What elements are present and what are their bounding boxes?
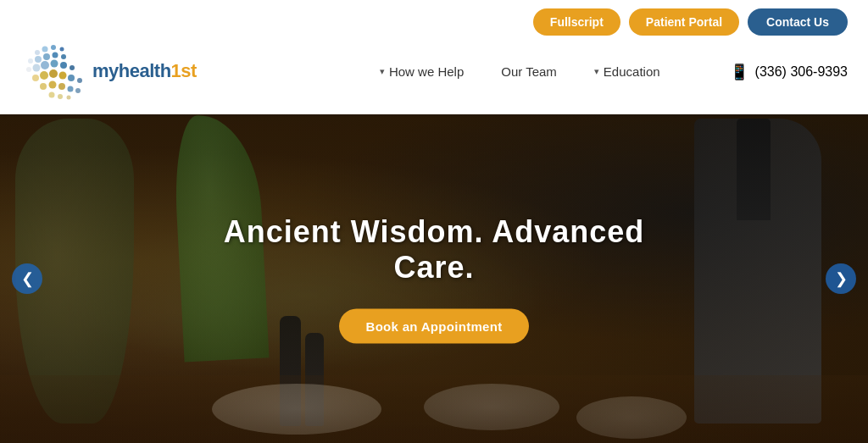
carousel-prev-button[interactable]: ❮	[12, 263, 42, 294]
contact-us-button[interactable]: Contact Us	[748, 8, 848, 36]
svg-point-0	[35, 50, 40, 55]
svg-point-4	[28, 58, 33, 64]
svg-point-27	[58, 94, 63, 99]
microscope-arm	[737, 119, 771, 220]
svg-point-9	[26, 67, 31, 72]
hero-section: Ancient Wisdom. Advanced Care. Book an A…	[0, 114, 868, 443]
svg-point-19	[68, 75, 75, 81]
svg-point-5	[35, 56, 42, 63]
book-appointment-button[interactable]: Book an Appointment	[339, 309, 530, 344]
hero-title: Ancient Wisdom. Advanced Care.	[180, 214, 688, 285]
svg-point-1	[42, 46, 48, 52]
logo-area: myhealth1st	[20, 42, 197, 102]
svg-point-7	[53, 52, 58, 58]
nav-our-team[interactable]: Our Team	[482, 64, 576, 79]
svg-point-21	[40, 83, 47, 90]
fullscript-button[interactable]: Fullscript	[533, 8, 620, 36]
table-surface	[0, 375, 868, 443]
svg-point-16	[40, 71, 48, 80]
svg-point-18	[59, 71, 67, 79]
svg-point-8	[61, 54, 66, 59]
chevron-left-icon: ❮	[21, 269, 34, 288]
top-bar: Fullscript Patient Portal Contact Us	[0, 0, 868, 44]
logo-icon	[20, 42, 97, 102]
svg-point-26	[49, 91, 55, 97]
nav-bar: myhealth1st ▾ How we Help Our Team ▾ Edu…	[0, 44, 868, 99]
chevron-right-icon: ❯	[835, 269, 848, 288]
nav-how-we-help[interactable]: ▾ How we Help	[361, 64, 482, 79]
phone-area: 📱 (336) 306-9393	[730, 63, 848, 81]
page-wrapper: Fullscript Patient Portal Contact Us	[0, 0, 868, 443]
svg-point-25	[75, 88, 81, 93]
svg-point-17	[49, 69, 58, 78]
logo-text: myhealth1st	[92, 61, 197, 81]
carousel-next-button[interactable]: ❯	[826, 263, 856, 294]
svg-point-3	[60, 47, 64, 51]
phone-number: (336) 306-9393	[755, 64, 848, 80]
chevron-down-icon-2: ▾	[594, 66, 599, 77]
svg-point-15	[32, 75, 39, 81]
svg-point-14	[70, 65, 75, 70]
phone-icon: 📱	[730, 63, 748, 81]
svg-point-12	[51, 59, 58, 67]
patient-portal-button[interactable]: Patient Portal	[629, 8, 739, 36]
hero-content: Ancient Wisdom. Advanced Care. Book an A…	[180, 214, 688, 344]
svg-point-22	[49, 80, 57, 88]
nav-center: ▾ How we Help Our Team ▾ Education	[361, 64, 679, 79]
svg-point-23	[58, 83, 65, 90]
svg-point-11	[41, 61, 49, 69]
svg-point-2	[51, 45, 56, 50]
logo-text-wrap: myhealth1st	[92, 61, 197, 81]
svg-point-13	[60, 62, 67, 69]
nav-education[interactable]: ▾ Education	[576, 64, 679, 79]
svg-point-24	[68, 86, 74, 91]
header: Fullscript Patient Portal Contact Us	[0, 0, 868, 114]
svg-point-20	[77, 78, 82, 83]
svg-point-28	[67, 95, 71, 99]
chevron-down-icon: ▾	[380, 66, 385, 77]
svg-point-10	[33, 64, 41, 71]
svg-point-6	[43, 53, 50, 60]
